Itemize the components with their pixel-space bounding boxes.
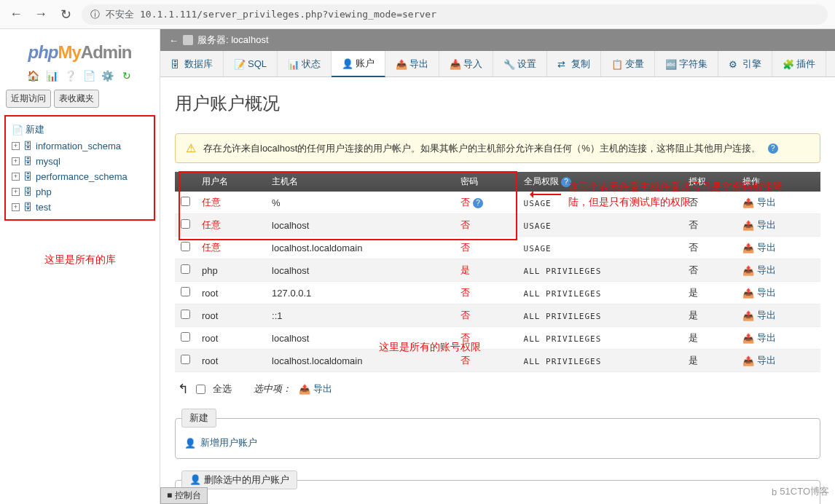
tab-replication[interactable]: ⇄复制 [547, 51, 601, 76]
cell-password: 否 ? [455, 192, 517, 214]
settings-icon[interactable]: ⚙️ [101, 70, 114, 83]
expand-icon[interactable]: + [12, 173, 20, 181]
with-selected-label: 选中项： [254, 382, 291, 395]
cell-grant: 是 [683, 350, 737, 372]
row-export[interactable]: 📤 导出 [742, 218, 776, 232]
db-name: information_schema [36, 141, 121, 151]
tab-accounts[interactable]: 👤账户 [332, 51, 385, 77]
add-user-link[interactable]: 👤 新增用户账户 [184, 436, 257, 449]
tab-export[interactable]: 📤导出 [385, 51, 439, 76]
warning-icon: ⚠ [186, 141, 196, 155]
table-row: root::1否ALL PRIVILEGES是📤 导出 [175, 304, 820, 327]
database-item[interactable]: +🗄mysql [9, 154, 151, 169]
status-icon: 📊 [288, 59, 298, 69]
row-checkbox[interactable] [181, 355, 190, 364]
row-export[interactable]: 📤 导出 [742, 331, 776, 344]
row-export[interactable]: 📤 导出 [742, 309, 776, 322]
tab-engines[interactable]: ⚙引擎 [718, 51, 772, 76]
row-checkbox[interactable] [181, 197, 190, 206]
row-export[interactable]: 📤 导出 [742, 286, 776, 299]
row-export[interactable]: 📤 导出 [742, 264, 776, 277]
tab-status[interactable]: 📊状态 [278, 51, 332, 76]
reload-button[interactable]: ↻ [57, 6, 74, 23]
cell-privileges: ALL PRIVILEGES [518, 304, 683, 327]
expand-icon[interactable]: + [12, 188, 20, 196]
tab-plugins[interactable]: 🧩插件 [772, 51, 826, 76]
row-checkbox[interactable] [181, 332, 190, 342]
reload-icon[interactable]: ↻ [120, 70, 133, 83]
favorites-tab[interactable]: 表收藏夹 [54, 90, 99, 108]
expand-icon[interactable]: + [12, 203, 20, 211]
expand-icon[interactable]: + [12, 157, 20, 165]
recent-tab[interactable]: 近期访问 [6, 90, 51, 108]
notice-text: 存在允许来自localhost的任何用户连接的用户帐户。如果其帐户的主机部分允许… [203, 142, 761, 155]
col-user[interactable]: 用户名 [196, 172, 266, 192]
home-icon[interactable]: 🏠 [26, 70, 39, 83]
cell-host: % [266, 192, 455, 214]
logout-icon[interactable]: 📊 [45, 70, 58, 83]
cell-privileges: ALL PRIVILEGES [518, 259, 683, 282]
help-icon[interactable]: ? [768, 143, 778, 154]
tab-variables[interactable]: 📋变量 [601, 51, 655, 76]
remove-user-icon: 👤 [189, 474, 201, 485]
row-export[interactable]: 📤 导出 [742, 354, 776, 367]
watermark: b 51CTO博客 [772, 485, 829, 498]
collapse-icon[interactable]: ← [169, 35, 179, 46]
forward-button[interactable]: → [32, 6, 50, 23]
database-item[interactable]: +🗄information_schema [9, 138, 151, 154]
console-toggle[interactable]: ■ 控制台 [160, 487, 208, 504]
engines-icon: ⚙ [729, 59, 739, 69]
docs-icon[interactable]: ❔ [64, 70, 77, 83]
breadcrumb: ← 服务器: localhost [160, 29, 835, 51]
database-icon: 🗄 [170, 59, 181, 69]
row-checkbox[interactable] [181, 310, 190, 319]
server-icon [183, 35, 193, 45]
check-all-checkbox[interactable] [196, 385, 205, 394]
tab-charsets[interactable]: 🔤字符集 [655, 51, 718, 76]
export-icon: 📤 [742, 220, 754, 231]
db-name: performance_schema [36, 171, 128, 182]
help-icon[interactable]: ? [473, 198, 483, 208]
back-button[interactable]: ← [7, 6, 25, 23]
export-icon: 📤 [742, 355, 754, 366]
tab-sql[interactable]: 📝SQL [224, 51, 278, 76]
info-icon: ⓘ [90, 8, 100, 21]
tab-databases[interactable]: 🗄数据库 [160, 51, 224, 76]
expand-icon[interactable]: + [12, 142, 20, 150]
database-item[interactable]: +🗄performance_schema [9, 169, 151, 184]
tab-import[interactable]: 📥导入 [439, 51, 493, 76]
export-selected[interactable]: 📤导出 [299, 382, 332, 395]
breadcrumb-label[interactable]: 服务器: localhost [197, 34, 269, 47]
check-all-label[interactable]: 全选 [213, 382, 232, 395]
row-export[interactable]: 📤 导出 [742, 241, 776, 254]
cell-grant: 是 [683, 304, 737, 327]
row-checkbox[interactable] [181, 242, 190, 251]
new-icon: 📄 [12, 125, 23, 135]
export-icon: 📤 [742, 333, 754, 344]
db-icon: 🗄 [22, 186, 34, 197]
db-name: php [36, 186, 52, 197]
tab-settings[interactable]: 🔧设置 [493, 51, 547, 76]
new-database[interactable]: 📄新建 [9, 121, 151, 138]
cell-user: root [196, 282, 266, 304]
cell-host: localhost.localdomain [266, 237, 455, 259]
database-item[interactable]: +🗄test [9, 200, 151, 215]
row-checkbox[interactable] [181, 264, 190, 274]
add-user-icon: 👤 [184, 438, 196, 449]
warning-notice: ⚠ 存在允许来自localhost的任何用户连接的用户帐户。如果其帐户的主机部分… [175, 133, 820, 163]
cell-user: root [196, 304, 266, 327]
db-icon: 🗄 [22, 156, 34, 167]
col-password[interactable]: 密码 [455, 172, 517, 192]
row-checkbox[interactable] [181, 219, 190, 229]
annotation-1: 这三个表示任意主机任意账号且是空密码都能登陆，但是只有测试库的权限 [568, 179, 801, 210]
db-name: test [36, 202, 51, 213]
row-checkbox[interactable] [181, 287, 190, 296]
table-row: 任意localhost否USAGE否📤 导出 [175, 214, 820, 237]
select-arrow-icon: ↱ [178, 381, 189, 397]
database-item[interactable]: +🗄php [9, 184, 151, 200]
sql-icon[interactable]: 📄 [82, 70, 95, 83]
logo[interactable]: phpMyAdmin [0, 35, 160, 66]
main-content: ← 服务器: localhost 🗄数据库 📝SQL 📊状态 👤账户 📤导出 📥… [160, 29, 835, 504]
address-bar[interactable]: ⓘ 不安全 10.1.1.111/server_privileges.php?v… [82, 4, 828, 25]
col-host[interactable]: 主机名 [266, 172, 455, 192]
